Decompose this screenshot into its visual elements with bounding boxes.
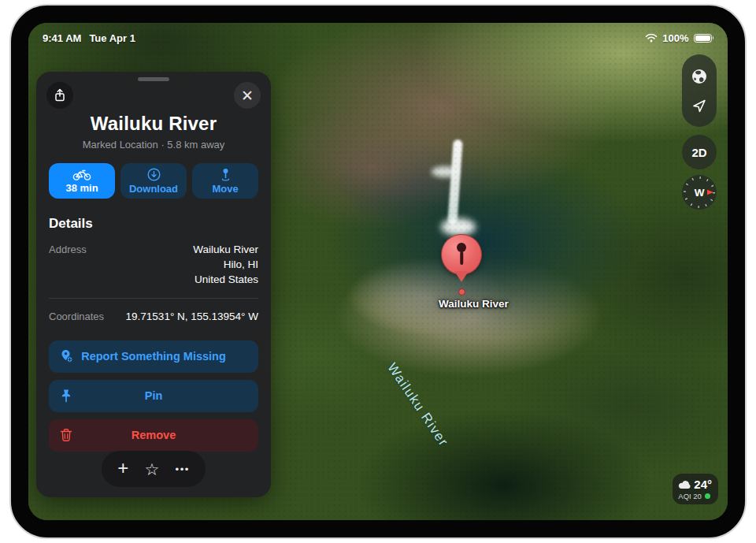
move-button[interactable]: Move bbox=[192, 163, 258, 199]
temperature-label: 24° bbox=[694, 478, 712, 491]
aqi-status-dot bbox=[705, 493, 710, 499]
status-bar: 9:41 AM Tue Apr 1 100% bbox=[28, 30, 728, 46]
clock-time: 9:41 AM bbox=[43, 32, 81, 44]
bicycle-icon bbox=[72, 169, 91, 180]
place-title: Wailuku River bbox=[49, 113, 258, 135]
waterfall-imagery bbox=[447, 139, 463, 225]
map-controls: 2D W bbox=[681, 54, 717, 210]
weather-widget[interactable]: 24° AQI 20 bbox=[673, 474, 718, 504]
address-line: United States bbox=[193, 273, 258, 288]
cloud-icon bbox=[678, 480, 691, 489]
move-pin-icon bbox=[219, 168, 232, 181]
download-button[interactable]: Download bbox=[120, 163, 187, 199]
pushpin-glyph-icon bbox=[457, 243, 466, 252]
close-button[interactable]: ✕ bbox=[234, 82, 261, 109]
wifi-icon bbox=[645, 33, 658, 43]
ipad-device-frame: Wailuku River Wailuku River 9:41 AM Tue … bbox=[9, 4, 747, 539]
pin-label: Wailuku River bbox=[439, 298, 484, 310]
download-circle-icon bbox=[147, 168, 161, 181]
share-icon bbox=[52, 87, 68, 103]
report-pin-icon bbox=[59, 349, 74, 364]
map-2d-button[interactable]: 2D bbox=[682, 135, 717, 169]
directions-cycling-button[interactable]: 38 min bbox=[49, 163, 115, 199]
quick-actions-row: 38 min Download bbox=[49, 163, 258, 199]
close-icon: ✕ bbox=[241, 88, 254, 103]
divider bbox=[49, 298, 258, 299]
report-missing-button[interactable]: Report Something Missing bbox=[49, 340, 258, 373]
compass-direction-label: W bbox=[695, 187, 705, 199]
battery-icon bbox=[694, 34, 714, 43]
card-toolbar: + ☆ ••• bbox=[102, 451, 206, 487]
coordinates-row: Coordinates 19.71531° N, 155.13954° W bbox=[49, 310, 258, 325]
place-subtitle: Marked Location · 5.8 km away bbox=[49, 139, 258, 151]
favorite-star-button[interactable]: ☆ bbox=[145, 461, 160, 478]
dropped-pin[interactable]: Wailuku River bbox=[439, 234, 484, 310]
download-label: Download bbox=[129, 183, 178, 195]
add-button[interactable]: + bbox=[117, 459, 128, 478]
coordinates-label: Coordinates bbox=[49, 310, 104, 325]
address-line: Hilo, HI bbox=[193, 258, 258, 273]
list-actions: Report Something Missing Pin bbox=[49, 340, 258, 452]
coordinates-value: 19.71531° N, 155.13954° W bbox=[126, 310, 258, 325]
map-mode-pill bbox=[682, 54, 717, 127]
clock-date: Tue Apr 1 bbox=[89, 32, 135, 44]
pin-anchor-dot bbox=[458, 288, 465, 296]
share-button[interactable] bbox=[46, 82, 73, 109]
report-missing-label: Report Something Missing bbox=[81, 350, 226, 363]
pushpin-icon bbox=[59, 389, 73, 403]
address-label: Address bbox=[49, 243, 87, 288]
aqi-label: AQI 20 bbox=[678, 492, 702, 500]
remove-button[interactable]: Remove bbox=[49, 419, 258, 452]
screen: Wailuku River Wailuku River 9:41 AM Tue … bbox=[28, 23, 728, 520]
more-options-button[interactable]: ••• bbox=[176, 464, 190, 474]
compass-button[interactable]: W bbox=[681, 177, 717, 210]
pin-button[interactable]: Pin bbox=[49, 380, 258, 412]
remove-label: Remove bbox=[132, 429, 176, 441]
battery-percent-label: 100% bbox=[662, 32, 688, 44]
trash-icon bbox=[59, 428, 73, 442]
place-card: ✕ Wailuku River Marked Location · 5.8 km… bbox=[36, 72, 271, 497]
stream-imagery bbox=[432, 166, 458, 177]
address-row: Address Wailuku River Hilo, HI United St… bbox=[49, 243, 258, 288]
address-line: Wailuku River bbox=[193, 243, 258, 258]
cycling-eta-label: 38 min bbox=[65, 182, 98, 194]
pin-action-label: Pin bbox=[145, 389, 163, 402]
details-heading: Details bbox=[49, 216, 258, 232]
river-map-label: Wailuku River bbox=[384, 360, 451, 450]
locate-me-button[interactable] bbox=[691, 98, 707, 113]
address-value: Wailuku River Hilo, HI United States bbox=[193, 243, 258, 288]
pin-balloon-icon[interactable] bbox=[441, 234, 482, 275]
card-drag-handle[interactable] bbox=[138, 77, 169, 81]
move-label: Move bbox=[212, 183, 238, 195]
globe-button[interactable] bbox=[691, 68, 708, 85]
waterfall-splash-imagery bbox=[441, 218, 476, 236]
